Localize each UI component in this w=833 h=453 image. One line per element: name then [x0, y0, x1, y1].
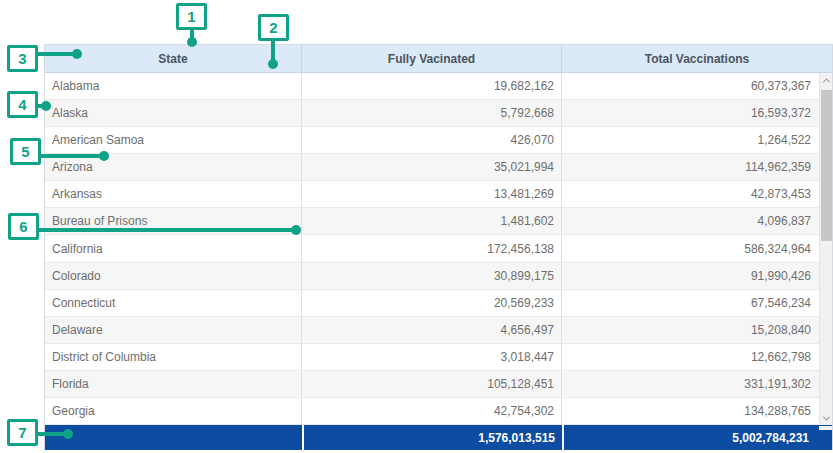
scrollbar-corner — [819, 426, 832, 430]
vaccinations-table: State Fully Vacinated Total Vaccinations… — [44, 44, 833, 450]
table-header-row: State Fully Vacinated Total Vaccinations — [45, 45, 832, 73]
totals-total-vaccinations-cell: 5,002,784,231 — [562, 425, 832, 450]
table-row[interactable]: Arizona 35,021,994 114,962,359 — [45, 154, 832, 181]
annotation-dot-5 — [99, 151, 109, 161]
chevron-down-icon — [823, 413, 830, 420]
total-vaccinations-cell: 134,288,765 — [562, 398, 820, 424]
state-cell: Connecticut — [45, 290, 302, 316]
total-vaccinations-cell: 91,990,426 — [562, 263, 820, 289]
table-row[interactable]: Alaska 5,792,668 16,593,372 — [45, 100, 832, 127]
table-row[interactable]: Georgia 42,754,302 134,288,765 — [45, 398, 832, 425]
fully-vacinated-cell: 3,018,447 — [302, 344, 562, 370]
table-row[interactable]: Alabama 19,682,162 60,373,367 — [45, 73, 832, 100]
chevron-up-icon — [823, 78, 830, 85]
annotation-line-7 — [38, 432, 66, 436]
table-row[interactable]: California 172,456,138 586,324,964 — [45, 235, 832, 262]
annotation-callout-2: 2 — [258, 14, 289, 41]
total-vaccinations-cell: 586,324,964 — [562, 235, 820, 261]
table-row[interactable]: Delaware 4,656,497 15,208,840 — [45, 317, 832, 344]
table-row[interactable]: District of Columbia 3,018,447 12,662,79… — [45, 344, 832, 371]
state-cell: American Samoa — [45, 127, 302, 153]
annotation-dot-4 — [41, 101, 51, 111]
total-vaccinations-cell: 114,962,359 — [562, 154, 820, 180]
annotation-callout-3: 3 — [7, 45, 38, 72]
column-header-state[interactable]: State — [45, 45, 302, 72]
annotation-callout-6: 6 — [8, 213, 39, 240]
annotation-dot-3 — [72, 49, 82, 59]
total-vaccinations-cell: 15,208,840 — [562, 317, 820, 343]
total-vaccinations-cell: 16,593,372 — [562, 100, 820, 126]
scroll-down-button[interactable] — [820, 411, 833, 425]
fully-vacinated-cell: 5,792,668 — [302, 100, 562, 126]
total-vaccinations-cell: 60,373,367 — [562, 73, 820, 99]
annotation-callout-1: 1 — [176, 3, 207, 30]
state-cell: Delaware — [45, 317, 302, 343]
total-vaccinations-cell: 331,191,302 — [562, 371, 820, 397]
total-vaccinations-cell: 1,264,522 — [562, 127, 820, 153]
column-header-fully-vacinated[interactable]: Fully Vacinated — [302, 45, 562, 72]
state-cell: Alaska — [45, 100, 302, 126]
totals-state-cell — [45, 425, 302, 450]
annotation-dot-6 — [291, 225, 301, 235]
state-cell: Arkansas — [45, 181, 302, 207]
fully-vacinated-cell: 20,569,233 — [302, 290, 562, 316]
table-row[interactable]: American Samoa 426,070 1,264,522 — [45, 127, 832, 154]
table-row[interactable]: Colorado 30,899,175 91,990,426 — [45, 263, 832, 290]
state-cell: Alabama — [45, 73, 302, 99]
state-cell: Georgia — [45, 398, 302, 424]
state-cell: Arizona — [45, 154, 302, 180]
table-row[interactable]: Connecticut 20,569,233 67,546,234 — [45, 290, 832, 317]
scrollbar-thumb[interactable] — [821, 90, 832, 241]
fully-vacinated-cell: 426,070 — [302, 127, 562, 153]
annotation-line-5 — [40, 154, 102, 158]
vertical-scrollbar[interactable] — [819, 73, 832, 425]
fully-vacinated-cell: 30,899,175 — [302, 263, 562, 289]
state-cell: California — [45, 235, 302, 261]
annotation-callout-5: 5 — [10, 138, 41, 165]
annotation-line-3 — [37, 52, 77, 56]
scroll-up-button[interactable] — [820, 73, 833, 87]
screenshot-canvas: State Fully Vacinated Total Vaccinations… — [0, 0, 833, 453]
table-row[interactable]: Florida 105,128,451 331,191,302 — [45, 371, 832, 398]
fully-vacinated-cell: 172,456,138 — [302, 235, 562, 261]
annotation-dot-2 — [268, 59, 278, 69]
annotation-dot-7 — [63, 429, 73, 439]
total-vaccinations-cell: 12,662,798 — [562, 344, 820, 370]
totals-fully-vacinated-cell: 1,576,013,515 — [302, 425, 562, 450]
fully-vacinated-cell: 19,682,162 — [302, 73, 562, 99]
fully-vacinated-cell: 42,754,302 — [302, 398, 562, 424]
annotation-dot-1 — [187, 37, 197, 47]
state-cell: Florida — [45, 371, 302, 397]
totals-row: 1,576,013,515 5,002,784,231 — [45, 425, 832, 450]
state-cell: Colorado — [45, 263, 302, 289]
annotation-line-6 — [38, 228, 294, 232]
column-header-total-vaccinations[interactable]: Total Vaccinations — [562, 45, 832, 72]
total-vaccinations-cell: 4,096,837 — [562, 208, 820, 234]
total-vaccinations-cell: 67,546,234 — [562, 290, 820, 316]
state-cell: District of Columbia — [45, 344, 302, 370]
table-body: Alabama 19,682,162 60,373,367 Alaska 5,7… — [45, 73, 832, 425]
fully-vacinated-cell: 35,021,994 — [302, 154, 562, 180]
fully-vacinated-cell: 105,128,451 — [302, 371, 562, 397]
annotation-callout-7: 7 — [7, 419, 38, 446]
fully-vacinated-cell: 1,481,602 — [302, 208, 562, 234]
annotation-callout-4: 4 — [7, 91, 38, 118]
fully-vacinated-cell: 13,481,269 — [302, 181, 562, 207]
total-vaccinations-cell: 42,873,453 — [562, 181, 820, 207]
table-row[interactable]: Arkansas 13,481,269 42,873,453 — [45, 181, 832, 208]
fully-vacinated-cell: 4,656,497 — [302, 317, 562, 343]
